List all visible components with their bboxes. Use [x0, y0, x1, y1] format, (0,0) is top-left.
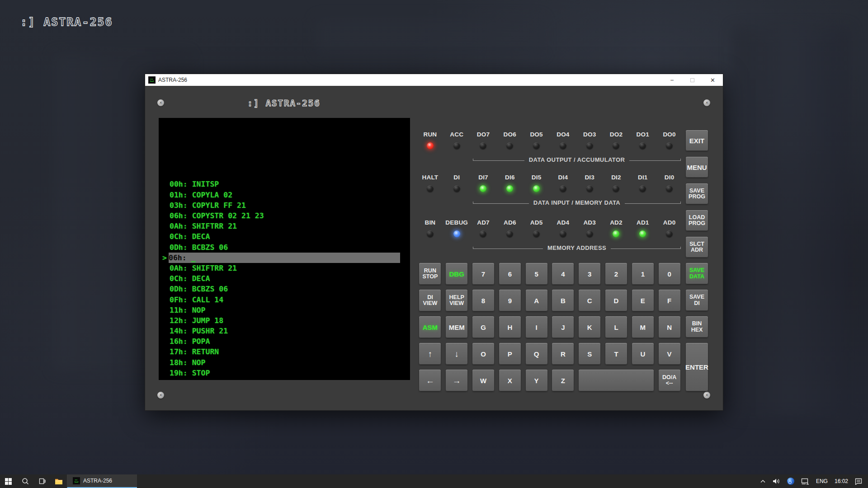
1-key[interactable]: 1: [632, 263, 654, 285]
window-titlebar[interactable]: :] ASTRA-256 – ✕: [145, 74, 723, 86]
c-key[interactable]: C: [579, 290, 600, 311]
dbg-key[interactable]: DBG: [446, 263, 467, 285]
9-key[interactable]: 9: [499, 290, 521, 311]
r-key[interactable]: R: [552, 343, 574, 365]
taskbar-app-astra256[interactable]: :] ASTRA-256: [67, 474, 137, 488]
tray-expand-button[interactable]: [758, 474, 768, 488]
astra-window: :] ASTRA-256 – ✕ ✕ ✕ ✕ ✕ :] ASTRA-256 00…: [145, 74, 723, 411]
2-key[interactable]: 2: [605, 263, 627, 285]
terminal-line: 0Ah: SHIFTRR 21: [159, 263, 410, 273]
terminal-line: 01h: COPYLA 02: [159, 190, 410, 200]
3-key[interactable]: 3: [579, 263, 600, 285]
right-key[interactable]: →: [446, 370, 467, 391]
y-key[interactable]: Y: [526, 370, 547, 391]
maximize-button[interactable]: [682, 74, 703, 86]
di-view-key[interactable]: DI VIEW: [419, 290, 441, 311]
slct-adr-button[interactable]: SLCT ADR: [686, 237, 708, 258]
k-key[interactable]: K: [579, 316, 600, 338]
5-key[interactable]: 5: [526, 263, 547, 285]
background-shape: [316, 18, 542, 54]
menu-button[interactable]: MENU: [686, 157, 708, 178]
d-key[interactable]: D: [605, 290, 627, 311]
save-di-button[interactable]: SAVE DI: [686, 290, 708, 311]
6-key[interactable]: 6: [499, 263, 521, 285]
f-key[interactable]: F: [659, 290, 680, 311]
task-view-button[interactable]: [33, 474, 50, 488]
terminal-line: 18h: NOP: [159, 357, 410, 368]
mem-key[interactable]: MEM: [446, 316, 467, 338]
save-prog-button[interactable]: SAVE PROG: [686, 183, 708, 204]
search-button[interactable]: [17, 474, 33, 488]
i-key[interactable]: I: [526, 316, 547, 338]
terminal-line: 0Fh: CALL 14: [159, 295, 410, 305]
m-key[interactable]: M: [632, 316, 654, 338]
e-key[interactable]: E: [632, 290, 654, 311]
v-key[interactable]: V: [659, 343, 680, 365]
terminal-line: 0Ch: DECA: [159, 273, 410, 284]
search-icon: [22, 478, 29, 485]
taskbar: :] ASTRA-256 ENG: [0, 474, 868, 488]
volume-button[interactable]: [770, 474, 783, 488]
left-key[interactable]: ←: [419, 370, 441, 391]
language-indicator[interactable]: ENG: [814, 474, 830, 488]
up-key[interactable]: ↑: [419, 343, 441, 365]
x-key[interactable]: X: [499, 370, 521, 391]
asm-key[interactable]: ASM: [419, 316, 441, 338]
u-key[interactable]: U: [632, 343, 654, 365]
clock[interactable]: 16:02: [832, 474, 850, 488]
space-key[interactable]: [579, 370, 654, 391]
bin-hex-button[interactable]: BIN HEX: [686, 316, 708, 338]
down-key[interactable]: ↓: [446, 343, 467, 365]
load-prog-button[interactable]: LOAD PROG: [686, 210, 708, 231]
steam-tray-button[interactable]: [785, 474, 797, 488]
l-key[interactable]: L: [605, 316, 627, 338]
action-center-button[interactable]: [853, 474, 864, 488]
screw-icon: ✕: [703, 99, 710, 106]
clock-time: 16:02: [835, 478, 848, 484]
led-label-ad7: AD7: [470, 219, 497, 226]
steam-icon: [787, 478, 794, 485]
7-key[interactable]: 7: [472, 263, 494, 285]
s-key[interactable]: S: [579, 343, 600, 365]
chevron-up-icon: [760, 479, 766, 483]
led-do4: [560, 142, 566, 149]
a-key[interactable]: A: [526, 290, 547, 311]
help-view-key[interactable]: HELP VIEW: [446, 290, 467, 311]
network-button[interactable]: [799, 474, 811, 488]
led-label-ad1: AD1: [629, 219, 656, 226]
window-app-icon: :]: [148, 76, 156, 84]
enter-button[interactable]: ENTER: [686, 343, 708, 391]
exit-button[interactable]: EXIT: [686, 130, 708, 151]
b-key[interactable]: B: [552, 290, 574, 311]
led-ad2: [613, 230, 619, 237]
o-key[interactable]: O: [472, 343, 494, 365]
n-key[interactable]: N: [659, 316, 680, 338]
led-di2: [613, 185, 619, 192]
p-key[interactable]: P: [499, 343, 521, 365]
terminal-line: 0Dh: BCBZS 06: [159, 284, 410, 294]
0-key[interactable]: 0: [659, 263, 680, 285]
h-key[interactable]: H: [499, 316, 521, 338]
file-explorer-button[interactable]: [50, 474, 67, 488]
system-tray: ENG 16:02: [758, 474, 868, 488]
g-key[interactable]: G: [472, 316, 494, 338]
4-key[interactable]: 4: [552, 263, 574, 285]
start-button[interactable]: [0, 474, 17, 488]
window-title: ASTRA-256: [158, 77, 187, 83]
z-key[interactable]: Z: [552, 370, 574, 391]
minimize-button[interactable]: –: [662, 74, 682, 86]
j-key[interactable]: J: [552, 316, 574, 338]
q-key[interactable]: Q: [526, 343, 547, 365]
network-icon: [801, 478, 809, 485]
8-key[interactable]: 8: [472, 290, 494, 311]
do-a-key[interactable]: DO/A <--: [659, 370, 680, 391]
folder-icon: [55, 478, 63, 485]
save-data-button[interactable]: SAVE DATA: [686, 263, 708, 284]
led-dot-row: [417, 230, 683, 237]
w-key[interactable]: W: [472, 370, 494, 391]
run-stop-key[interactable]: RUN STOP: [419, 263, 441, 285]
bracket-label: DATA INPUT / MEMORY DATA: [533, 199, 620, 206]
led-label-ad4: AD4: [550, 219, 576, 226]
close-button[interactable]: ✕: [703, 74, 723, 86]
t-key[interactable]: T: [605, 343, 627, 365]
